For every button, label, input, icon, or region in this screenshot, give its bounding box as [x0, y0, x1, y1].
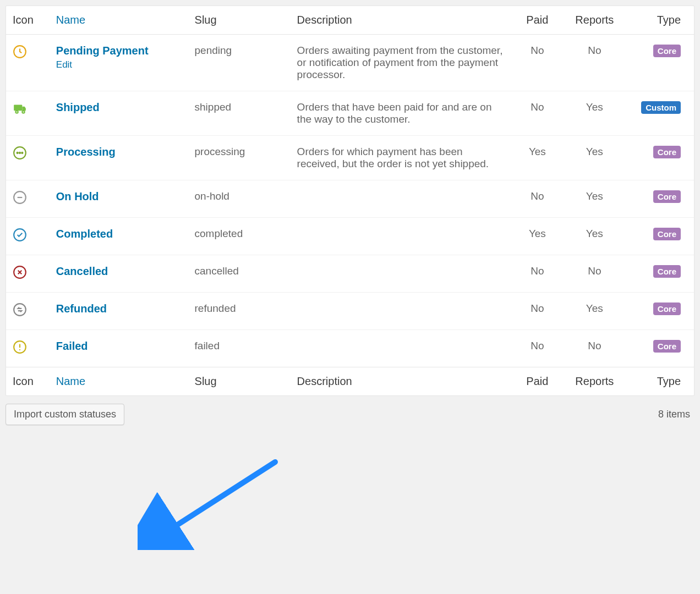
status-reports: Yes — [561, 136, 627, 180]
status-slug: pending — [188, 35, 291, 91]
row-actions: Edit — [56, 59, 182, 70]
status-description — [291, 218, 513, 255]
status-slug: shipped — [188, 91, 291, 136]
type-badge-core: Core — [653, 340, 681, 353]
table-row: On Holdon-holdNoYesCore — [6, 180, 694, 218]
status-paid: No — [513, 255, 562, 293]
type-badge-core: Core — [653, 190, 681, 203]
status-name-link[interactable]: Completed — [56, 228, 113, 240]
footer-description: Description — [291, 367, 513, 396]
item-count: 8 items — [658, 409, 690, 420]
footer-type: Type — [628, 367, 694, 396]
status-name-link[interactable]: Cancelled — [56, 265, 108, 277]
table-footer: Icon Name Slug Description Paid Reports … — [6, 367, 694, 396]
table-row: CompletedcompletedYesYesCore — [6, 218, 694, 255]
status-description: Orders for which payment has been receiv… — [291, 136, 513, 180]
header-slug: Slug — [188, 6, 291, 35]
refund-icon — [13, 302, 27, 317]
status-description — [291, 330, 513, 367]
status-table: Icon Name Slug Description Paid Reports … — [6, 6, 694, 395]
status-reports: Yes — [561, 91, 627, 136]
footer-slug: Slug — [188, 367, 291, 396]
status-reports: No — [561, 35, 627, 91]
footer-name-sort[interactable]: Name — [56, 375, 85, 387]
status-reports: Yes — [561, 218, 627, 255]
status-description — [291, 255, 513, 293]
footer-reports: Reports — [561, 367, 627, 396]
status-description — [291, 180, 513, 218]
table-row: ProcessingprocessingOrders for which pay… — [6, 136, 694, 180]
status-name-link[interactable]: Processing — [56, 146, 116, 158]
header-description: Description — [291, 6, 513, 35]
status-description: Orders awaiting payment from the custome… — [291, 35, 513, 91]
table-row: FailedfailedNoNoCore — [6, 330, 694, 367]
table-row: CancelledcancelledNoNoCore — [6, 255, 694, 293]
svg-point-5 — [17, 152, 18, 153]
type-badge-core: Core — [653, 146, 681, 158]
header-name-sort[interactable]: Name — [56, 14, 85, 26]
status-slug: refunded — [188, 293, 291, 330]
header-icon: Icon — [6, 6, 50, 35]
status-description — [291, 293, 513, 330]
status-paid: No — [513, 91, 562, 136]
header-reports: Reports — [561, 6, 627, 35]
status-name-link[interactable]: On Hold — [56, 190, 99, 202]
svg-rect-1 — [14, 105, 22, 111]
svg-point-7 — [21, 152, 23, 153]
minus-icon — [13, 190, 27, 205]
status-description: Orders that have been paid for and are o… — [291, 91, 513, 136]
table-row: ShippedshippedOrders that have been paid… — [6, 91, 694, 136]
type-badge-core: Core — [653, 45, 681, 57]
svg-point-15 — [19, 349, 20, 350]
edit-link[interactable]: Edit — [56, 59, 72, 70]
truck-icon — [13, 101, 27, 116]
bottom-toolbar: Import custom statuses 8 items — [6, 396, 694, 427]
svg-point-12 — [14, 304, 26, 316]
import-custom-statuses-button[interactable]: Import custom statuses — [6, 404, 124, 425]
type-badge-custom: Custom — [641, 101, 681, 114]
status-name-link[interactable]: Refunded — [56, 302, 107, 315]
svg-point-3 — [22, 111, 24, 113]
status-paid: No — [513, 293, 562, 330]
status-paid: No — [513, 180, 562, 218]
alert-icon — [13, 340, 27, 354]
table-header: Icon Name Slug Description Paid Reports … — [6, 6, 694, 35]
status-name-link[interactable]: Pending Payment — [56, 45, 149, 57]
header-paid: Paid — [513, 6, 562, 35]
status-paid: No — [513, 35, 562, 91]
footer-icon: Icon — [6, 367, 50, 396]
footer-paid: Paid — [513, 367, 562, 396]
svg-point-2 — [15, 111, 18, 113]
status-slug: processing — [188, 136, 291, 180]
table-row: Pending PaymentEditpendingOrders awaitin… — [6, 35, 694, 91]
status-paid: Yes — [513, 218, 562, 255]
svg-point-6 — [19, 152, 20, 153]
status-reports: No — [561, 330, 627, 367]
table-row: RefundedrefundedNoYesCore — [6, 293, 694, 330]
status-slug: on-hold — [188, 180, 291, 218]
status-reports: Yes — [561, 293, 627, 330]
type-badge-core: Core — [653, 302, 681, 315]
status-slug: completed — [188, 218, 291, 255]
status-reports: Yes — [561, 180, 627, 218]
clock-icon — [13, 45, 27, 59]
status-name-link[interactable]: Shipped — [56, 101, 100, 113]
status-paid: No — [513, 330, 562, 367]
status-slug: failed — [188, 330, 291, 367]
type-badge-core: Core — [653, 265, 681, 278]
status-paid: Yes — [513, 136, 562, 180]
header-type: Type — [628, 6, 694, 35]
status-table-container: Icon Name Slug Description Paid Reports … — [6, 6, 694, 396]
dots-icon — [13, 146, 27, 160]
status-slug: cancelled — [188, 255, 291, 293]
status-name-link[interactable]: Failed — [56, 340, 88, 352]
type-badge-core: Core — [653, 228, 681, 240]
check-icon — [13, 228, 27, 242]
status-reports: No — [561, 255, 627, 293]
cross-icon — [13, 265, 27, 279]
